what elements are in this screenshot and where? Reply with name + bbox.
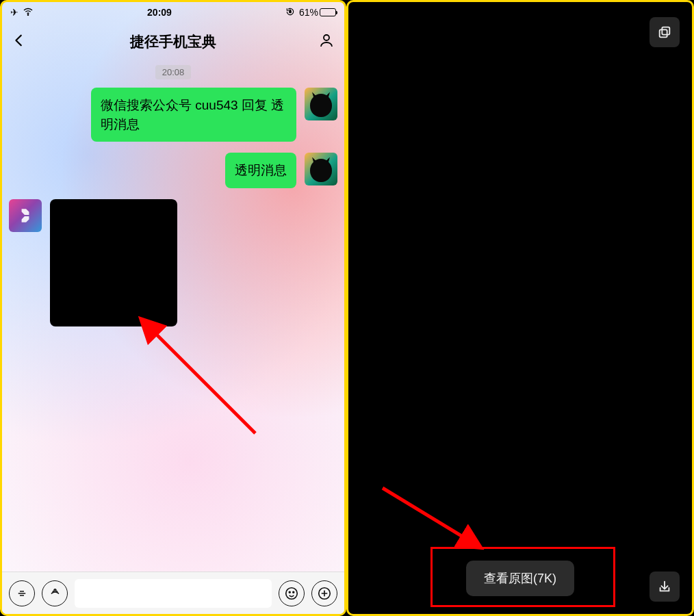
wifi-icon — [23, 6, 34, 19]
message-timestamp: 20:08 — [155, 65, 192, 79]
chat-nav-bar: 捷径手机宝典 — [2, 23, 344, 61]
back-button[interactable] — [12, 31, 32, 53]
message-input[interactable] — [75, 579, 272, 608]
speaker-button[interactable] — [42, 580, 68, 606]
svg-line-4 — [153, 331, 255, 433]
message-bubble[interactable]: 透明消息 — [225, 153, 296, 188]
message-outgoing: 微信搜索公众号 cuu543 回复 透明消息 — [9, 88, 337, 142]
battery-indicator: 61% — [299, 7, 336, 18]
svg-point-5 — [286, 587, 298, 599]
message-list: 微信搜索公众号 cuu543 回复 透明消息 透明消息 — [2, 88, 344, 326]
gallery-button[interactable] — [650, 17, 680, 47]
shortcuts-icon — [9, 199, 42, 232]
svg-rect-12 — [660, 29, 667, 37]
status-bar: ✈ 20:09 61% — [2, 2, 344, 23]
image-message[interactable] — [50, 199, 177, 326]
airplane-mode-icon: ✈ — [10, 7, 18, 18]
svg-point-7 — [293, 591, 294, 593]
status-right: 61% — [285, 7, 336, 18]
chat-title: 捷径手机宝典 — [32, 32, 314, 51]
message-outgoing: 透明消息 — [9, 153, 337, 188]
message-bubble[interactable]: 微信搜索公众号 cuu543 回复 透明消息 — [91, 88, 296, 142]
svg-point-2 — [324, 35, 329, 40]
avatar-self[interactable] — [305, 153, 337, 185]
image-viewer-screen: 查看原图(7K) — [346, 0, 694, 616]
status-left: ✈ — [10, 6, 34, 19]
annotation-arrow-icon — [132, 310, 269, 447]
orientation-lock-icon — [285, 7, 295, 18]
emoji-button[interactable] — [279, 580, 305, 606]
voice-mode-button[interactable] — [9, 580, 35, 606]
more-actions-button[interactable] — [311, 580, 337, 606]
chat-input-bar — [2, 572, 344, 614]
battery-icon — [320, 8, 336, 16]
status-time: 20:09 — [34, 7, 285, 18]
wechat-chat-screen: ✈ 20:09 61% — [0, 0, 346, 616]
download-button[interactable] — [650, 572, 680, 602]
annotation-highlight-box — [430, 547, 615, 607]
avatar-contact-shortcuts-icon[interactable] — [9, 199, 42, 232]
avatar-self[interactable] — [305, 88, 337, 120]
contact-info-button[interactable] — [314, 32, 335, 51]
svg-point-0 — [27, 14, 28, 15]
message-incoming — [9, 199, 337, 326]
svg-rect-11 — [662, 27, 669, 35]
svg-rect-1 — [290, 10, 291, 12]
svg-line-14 — [383, 488, 478, 546]
svg-point-6 — [289, 591, 290, 593]
battery-percentage: 61% — [299, 7, 318, 18]
